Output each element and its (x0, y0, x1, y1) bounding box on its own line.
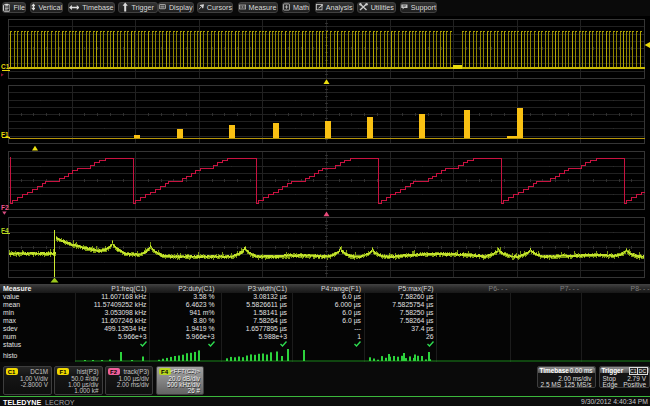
svg-text:F1: F1 (1, 131, 9, 138)
svg-text:F2: F2 (1, 204, 9, 211)
svg-text:F4: F4 (1, 227, 9, 234)
svg-text:C1: C1 (1, 63, 10, 70)
